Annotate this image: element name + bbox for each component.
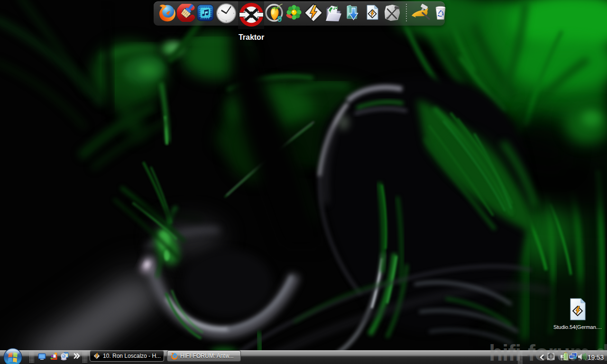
svg-text:9: 9 — [277, 15, 282, 23]
